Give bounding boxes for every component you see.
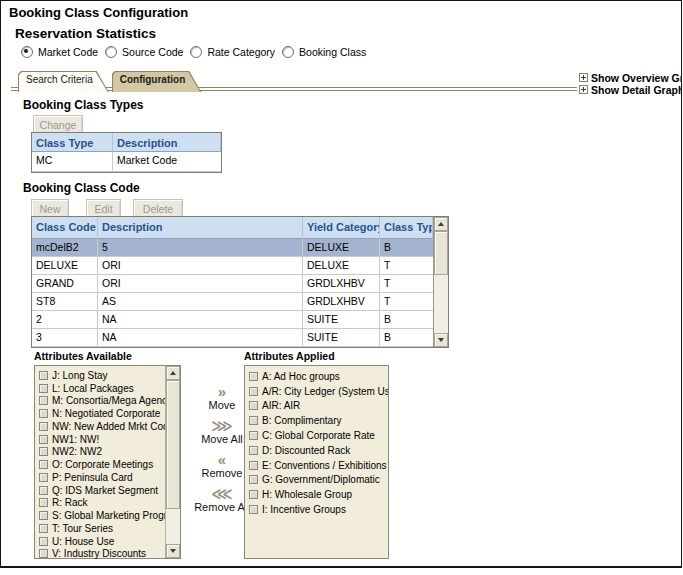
table-cell: ST8 <box>32 293 98 311</box>
checkbox-icon[interactable] <box>249 416 258 425</box>
table-row[interactable]: ST8ASGRDLXHBVT <box>32 293 433 311</box>
checkbox-icon[interactable] <box>39 524 48 533</box>
checkbox-icon[interactable] <box>39 486 48 495</box>
table-cell: T <box>380 257 433 275</box>
checkbox-icon[interactable] <box>249 461 258 470</box>
attribute-item-label: P: Peninsula Card <box>52 472 133 483</box>
table-cell: B <box>380 329 433 347</box>
attribute-list-item[interactable]: E: Conventions / Exhibitions <box>245 458 388 473</box>
section-heading-booking-class-code: Booking Class Code <box>23 181 140 195</box>
tab-configuration[interactable]: Configuration <box>112 71 202 92</box>
attribute-list-item[interactable]: D: Discounted Rack <box>245 443 388 458</box>
attribute-item-label: C: Global Corporate Rate <box>262 430 375 441</box>
checkbox-icon[interactable] <box>39 371 48 380</box>
attribute-list-item[interactable]: R: Rack <box>35 497 165 510</box>
attribute-list-item[interactable]: T: Tour Series <box>35 522 165 535</box>
attribute-list-item[interactable]: Q: IDS Market Segment <box>35 484 165 497</box>
checkbox-icon[interactable] <box>39 409 48 418</box>
table-row[interactable]: 2NASUITEB <box>32 311 433 329</box>
checkbox-icon[interactable] <box>249 372 258 381</box>
checkbox-icon[interactable] <box>39 396 48 405</box>
checkbox-icon[interactable] <box>39 549 48 558</box>
checkbox-icon[interactable] <box>249 505 258 514</box>
checkbox-icon[interactable] <box>39 537 48 546</box>
checkbox-icon[interactable] <box>39 447 48 456</box>
attribute-list-item[interactable]: V: Industry Discounts <box>35 548 165 561</box>
attribute-list-item[interactable]: J: Long Stay <box>35 369 165 382</box>
checkbox-icon[interactable] <box>249 387 258 396</box>
table-cell: DELUXE <box>303 257 380 275</box>
attribute-list-item[interactable]: O: Corporate Meetings <box>35 458 165 471</box>
page-frame: Booking Class Configuration Reservation … <box>0 0 682 568</box>
attribute-list-item[interactable]: NW1: NW! <box>35 433 165 446</box>
table-cell: mcDelB2 <box>32 239 98 257</box>
column-header: Yield Category <box>303 217 380 239</box>
table-row[interactable]: MCMarket Code <box>32 152 221 172</box>
attribute-list-item[interactable]: S: Global Marketing Programme <box>35 509 165 522</box>
table-cell: 3 <box>32 329 98 347</box>
radio-option-market-code[interactable]: Market Code <box>21 46 98 58</box>
radio-button-icon <box>190 46 202 58</box>
scrollbar-down-button[interactable] <box>166 544 180 558</box>
attribute-list-item[interactable]: P: Peninsula Card <box>35 471 165 484</box>
attribute-list-item[interactable]: G: Government/Diplomatic <box>245 473 388 488</box>
show-overview-graph-link[interactable]: Show Overview Graph <box>579 72 682 83</box>
checkbox-icon[interactable] <box>39 473 48 482</box>
table-row[interactable]: DELUXEORIDELUXET <box>32 257 433 275</box>
checkbox-icon[interactable] <box>249 401 258 410</box>
radio-button-icon <box>282 46 294 58</box>
attribute-item-label: O: Corporate Meetings <box>52 459 153 470</box>
checkbox-icon[interactable] <box>39 498 48 507</box>
radio-option-label: Booking Class <box>299 46 366 58</box>
radio-option-rate-category[interactable]: Rate Category <box>190 46 275 58</box>
tab-search-criteria[interactable]: Search Criteria <box>18 71 109 92</box>
checkbox-icon[interactable] <box>39 460 48 469</box>
table-cell: 5 <box>98 239 303 257</box>
table-cell: SUITE <box>303 329 380 347</box>
attribute-list-item[interactable]: C: Global Corporate Rate <box>245 428 388 443</box>
checkbox-icon[interactable] <box>249 446 258 455</box>
attributes-available-label: Attributes Available <box>34 350 132 362</box>
attribute-list-item[interactable]: NW2: NW2 <box>35 446 165 459</box>
checkbox-icon[interactable] <box>249 431 258 440</box>
attribute-list-item[interactable]: A/R: City Ledger (System Used) <box>245 384 388 399</box>
attribute-item-label: M: Consortia/Mega Agencies <box>52 395 165 406</box>
checkbox-icon[interactable] <box>39 384 48 393</box>
graph-link-label: Show Detail Graph <box>591 84 682 96</box>
attribute-list-item[interactable]: NW: New Added Mrkt Code <box>35 420 165 433</box>
radio-option-label: Rate Category <box>207 46 275 58</box>
attribute-item-label: V: Industry Discounts <box>52 548 146 559</box>
radio-button-icon <box>105 46 117 58</box>
attribute-list-item[interactable]: H: Wholesale Group <box>245 487 388 502</box>
attribute-list-item[interactable]: B: Complimentary <box>245 413 388 428</box>
table-cell: T <box>380 293 433 311</box>
attribute-list-item[interactable]: L: Local Packages <box>35 382 165 395</box>
checkbox-icon[interactable] <box>249 490 258 499</box>
up-arrow-icon <box>438 222 444 226</box>
attribute-list-item[interactable]: I: Incentive Groups <box>245 502 388 517</box>
table-row[interactable]: GRANDORIGRDLXHBVT <box>32 275 433 293</box>
radio-option-source-code[interactable]: Source Code <box>105 46 183 58</box>
checkbox-icon[interactable] <box>249 475 258 484</box>
table-row[interactable]: 3NASUITEB <box>32 329 433 347</box>
attribute-item-label: R: Rack <box>52 497 88 508</box>
scrollbar-thumb[interactable] <box>434 231 448 275</box>
attribute-list-item[interactable]: N: Negotiated Corporate <box>35 407 165 420</box>
table-cell: AS <box>98 293 303 311</box>
checkbox-icon[interactable] <box>39 511 48 520</box>
scrollbar-up-button[interactable] <box>434 217 448 231</box>
attribute-list-item[interactable]: A: Ad Hoc groups <box>245 369 388 384</box>
scrollbar-down-button[interactable] <box>434 333 448 347</box>
scrollbar-up-button[interactable] <box>166 366 180 380</box>
show-detail-graph-link[interactable]: Show Detail Graph <box>579 84 682 95</box>
checkbox-icon[interactable] <box>39 435 48 444</box>
table-cell: ORI <box>98 257 303 275</box>
table-row[interactable]: mcDelB25DELUXEB <box>32 239 433 257</box>
attribute-item-label: I: Incentive Groups <box>262 504 346 515</box>
scrollbar-thumb[interactable] <box>166 380 180 509</box>
attribute-list-item[interactable]: M: Consortia/Mega Agencies <box>35 395 165 408</box>
checkbox-icon[interactable] <box>39 422 48 431</box>
radio-option-booking-class[interactable]: Booking Class <box>282 46 366 58</box>
attribute-list-item[interactable]: AIR: AIR <box>245 399 388 414</box>
attribute-list-item[interactable]: U: House Use <box>35 535 165 548</box>
